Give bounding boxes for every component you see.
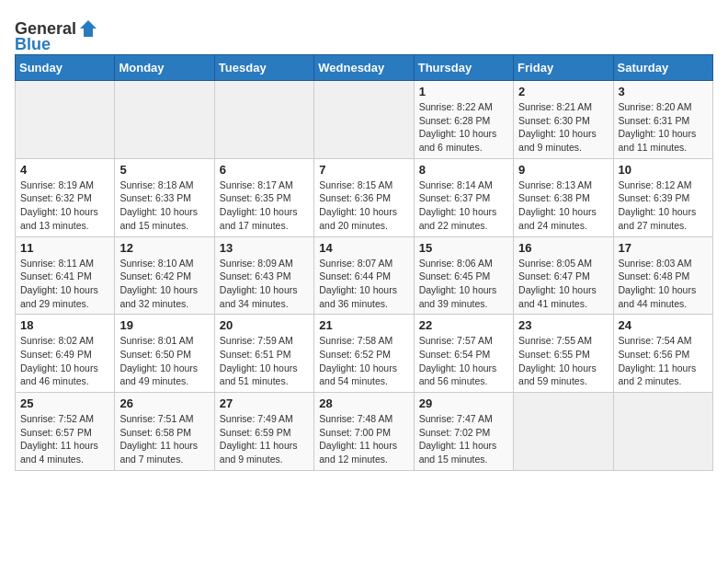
day-cell: 11Sunrise: 8:11 AM Sunset: 6:41 PM Dayli…	[16, 236, 115, 315]
col-header-tuesday: Tuesday	[214, 55, 313, 81]
day-number: 28	[319, 396, 408, 410]
day-number: 8	[419, 163, 508, 177]
day-info: Sunrise: 8:13 AM Sunset: 6:38 PM Dayligh…	[518, 178, 608, 233]
logo: General Blue	[15, 18, 98, 54]
day-number: 29	[419, 396, 508, 410]
day-number: 22	[419, 318, 508, 332]
day-number: 16	[518, 241, 608, 255]
day-cell: 6Sunrise: 8:17 AM Sunset: 6:35 PM Daylig…	[214, 158, 313, 236]
col-header-monday: Monday	[115, 55, 214, 81]
day-info: Sunrise: 7:54 AM Sunset: 6:56 PM Dayligh…	[619, 334, 708, 388]
day-cell: 19Sunrise: 8:01 AM Sunset: 6:50 PM Dayli…	[115, 315, 214, 393]
day-number: 12	[119, 241, 209, 255]
day-cell: 3Sunrise: 8:20 AM Sunset: 6:31 PM Daylig…	[613, 81, 712, 159]
day-info: Sunrise: 8:17 AM Sunset: 6:35 PM Dayligh…	[220, 178, 309, 233]
day-number: 1	[419, 85, 508, 98]
col-header-saturday: Saturday	[613, 55, 712, 81]
day-cell	[16, 81, 115, 159]
day-cell: 26Sunrise: 7:51 AM Sunset: 6:58 PM Dayli…	[115, 393, 214, 471]
day-number: 15	[419, 241, 508, 255]
day-number: 24	[619, 318, 708, 332]
col-header-wednesday: Wednesday	[314, 55, 414, 81]
day-info: Sunrise: 7:48 AM Sunset: 7:00 PM Dayligh…	[319, 412, 408, 466]
day-info: Sunrise: 8:01 AM Sunset: 6:50 PM Dayligh…	[119, 334, 209, 388]
week-row-1: 1Sunrise: 8:22 AM Sunset: 6:28 PM Daylig…	[16, 81, 713, 159]
col-header-sunday: Sunday	[16, 55, 115, 81]
day-info: Sunrise: 8:15 AM Sunset: 6:36 PM Dayligh…	[319, 178, 408, 233]
day-info: Sunrise: 7:57 AM Sunset: 6:54 PM Dayligh…	[419, 334, 508, 388]
day-info: Sunrise: 8:07 AM Sunset: 6:44 PM Dayligh…	[319, 257, 408, 311]
day-cell: 18Sunrise: 8:02 AM Sunset: 6:49 PM Dayli…	[16, 315, 115, 393]
day-number: 11	[20, 241, 109, 255]
day-info: Sunrise: 7:52 AM Sunset: 6:57 PM Dayligh…	[20, 412, 109, 466]
day-info: Sunrise: 8:11 AM Sunset: 6:41 PM Dayligh…	[20, 257, 109, 311]
day-cell: 27Sunrise: 7:49 AM Sunset: 6:59 PM Dayli…	[214, 393, 313, 471]
day-cell: 13Sunrise: 8:09 AM Sunset: 6:43 PM Dayli…	[214, 236, 313, 315]
day-cell: 8Sunrise: 8:14 AM Sunset: 6:37 PM Daylig…	[414, 158, 513, 236]
day-cell: 1Sunrise: 8:22 AM Sunset: 6:28 PM Daylig…	[414, 81, 513, 159]
day-number: 18	[20, 318, 109, 332]
day-cell	[613, 393, 712, 471]
day-info: Sunrise: 8:10 AM Sunset: 6:42 PM Dayligh…	[119, 257, 209, 311]
day-number: 17	[619, 241, 708, 255]
day-number: 23	[518, 318, 608, 332]
day-cell: 25Sunrise: 7:52 AM Sunset: 6:57 PM Dayli…	[16, 393, 115, 471]
day-number: 19	[119, 318, 209, 332]
day-cell: 28Sunrise: 7:48 AM Sunset: 7:00 PM Dayli…	[314, 393, 414, 471]
col-header-thursday: Thursday	[414, 55, 513, 81]
day-number: 2	[518, 85, 608, 98]
day-cell: 5Sunrise: 8:18 AM Sunset: 6:33 PM Daylig…	[115, 158, 214, 236]
day-info: Sunrise: 8:18 AM Sunset: 6:33 PM Dayligh…	[119, 178, 209, 233]
day-number: 5	[119, 163, 209, 177]
day-cell: 12Sunrise: 8:10 AM Sunset: 6:42 PM Dayli…	[115, 236, 214, 315]
day-number: 21	[319, 318, 408, 332]
day-info: Sunrise: 8:12 AM Sunset: 6:39 PM Dayligh…	[619, 178, 708, 233]
calendar-thead: SundayMondayTuesdayWednesdayThursdayFrid…	[16, 55, 713, 81]
day-number: 6	[220, 163, 309, 177]
calendar-body: 1Sunrise: 8:22 AM Sunset: 6:28 PM Daylig…	[16, 81, 713, 471]
day-info: Sunrise: 7:59 AM Sunset: 6:51 PM Dayligh…	[220, 334, 309, 388]
day-number: 4	[20, 163, 109, 177]
day-info: Sunrise: 7:55 AM Sunset: 6:55 PM Dayligh…	[518, 334, 608, 388]
day-number: 25	[20, 396, 109, 410]
day-cell: 7Sunrise: 8:15 AM Sunset: 6:36 PM Daylig…	[314, 158, 414, 236]
day-cell: 21Sunrise: 7:58 AM Sunset: 6:52 PM Dayli…	[314, 315, 414, 393]
day-number: 9	[518, 163, 608, 177]
day-info: Sunrise: 8:20 AM Sunset: 6:31 PM Dayligh…	[619, 100, 708, 155]
day-cell: 15Sunrise: 8:06 AM Sunset: 6:45 PM Dayli…	[414, 236, 513, 315]
day-cell: 29Sunrise: 7:47 AM Sunset: 7:02 PM Dayli…	[414, 393, 513, 471]
day-number: 3	[619, 85, 708, 98]
day-number: 20	[220, 318, 309, 332]
day-cell: 10Sunrise: 8:12 AM Sunset: 6:39 PM Dayli…	[613, 158, 712, 236]
day-cell: 24Sunrise: 7:54 AM Sunset: 6:56 PM Dayli…	[613, 315, 712, 393]
day-info: Sunrise: 8:09 AM Sunset: 6:43 PM Dayligh…	[220, 257, 309, 311]
day-number: 14	[319, 241, 408, 255]
day-info: Sunrise: 7:58 AM Sunset: 6:52 PM Dayligh…	[319, 334, 408, 388]
day-cell: 23Sunrise: 7:55 AM Sunset: 6:55 PM Dayli…	[514, 315, 613, 393]
day-info: Sunrise: 8:14 AM Sunset: 6:37 PM Dayligh…	[419, 178, 508, 233]
day-cell: 20Sunrise: 7:59 AM Sunset: 6:51 PM Dayli…	[214, 315, 313, 393]
day-info: Sunrise: 8:22 AM Sunset: 6:28 PM Dayligh…	[419, 100, 508, 155]
day-info: Sunrise: 8:06 AM Sunset: 6:45 PM Dayligh…	[419, 257, 508, 311]
day-cell: 22Sunrise: 7:57 AM Sunset: 6:54 PM Dayli…	[414, 315, 513, 393]
week-row-5: 25Sunrise: 7:52 AM Sunset: 6:57 PM Dayli…	[16, 393, 713, 471]
day-number: 26	[119, 396, 209, 410]
day-cell: 9Sunrise: 8:13 AM Sunset: 6:38 PM Daylig…	[514, 158, 613, 236]
day-info: Sunrise: 8:19 AM Sunset: 6:32 PM Dayligh…	[20, 178, 109, 233]
day-info: Sunrise: 7:47 AM Sunset: 7:02 PM Dayligh…	[419, 412, 508, 466]
day-number: 13	[220, 241, 309, 255]
day-cell: 17Sunrise: 8:03 AM Sunset: 6:48 PM Dayli…	[613, 236, 712, 315]
day-number: 10	[619, 163, 708, 177]
day-cell	[314, 81, 414, 159]
day-info: Sunrise: 8:02 AM Sunset: 6:49 PM Dayligh…	[20, 334, 109, 388]
day-number: 7	[319, 163, 408, 177]
day-info: Sunrise: 8:05 AM Sunset: 6:47 PM Dayligh…	[518, 257, 608, 311]
day-number: 27	[220, 396, 309, 410]
day-cell: 2Sunrise: 8:21 AM Sunset: 6:30 PM Daylig…	[514, 81, 613, 159]
logo-icon	[78, 18, 98, 39]
day-cell: 14Sunrise: 8:07 AM Sunset: 6:44 PM Dayli…	[314, 236, 414, 315]
svg-marker-0	[80, 20, 97, 37]
day-cell: 4Sunrise: 8:19 AM Sunset: 6:32 PM Daylig…	[16, 158, 115, 236]
calendar-table: SundayMondayTuesdayWednesdayThursdayFrid…	[15, 54, 713, 471]
header-row: SundayMondayTuesdayWednesdayThursdayFrid…	[16, 55, 713, 81]
